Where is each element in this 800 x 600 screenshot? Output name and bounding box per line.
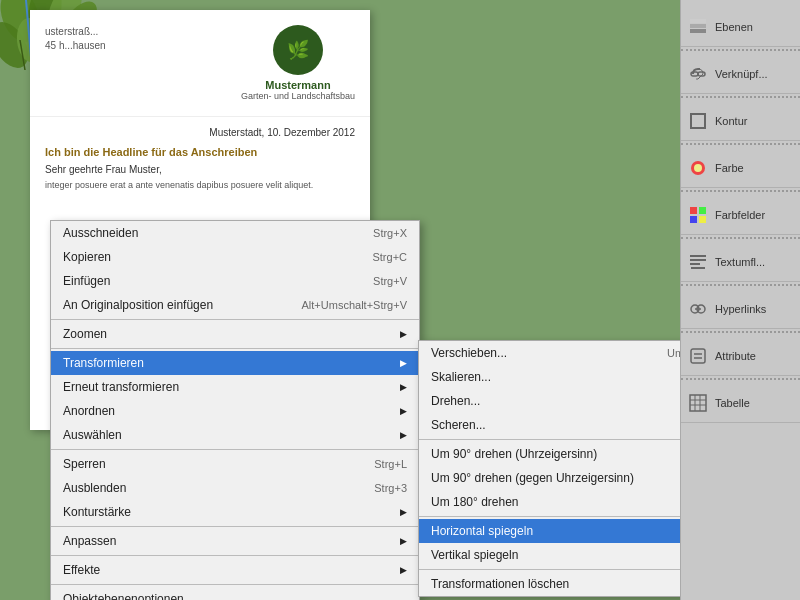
doc-date: Musterstadt, 10. Dezember 2012	[45, 127, 355, 138]
submenu-item-drehen[interactable]: Drehen...	[419, 389, 680, 413]
submenu-item-label: Um 90° drehen (gegen Uhrzeigersinn)	[431, 471, 634, 485]
panel-item-farbfelder[interactable]: Farbfelder	[681, 196, 800, 235]
table-icon	[687, 392, 709, 414]
doc-body-text: integer posuere erat a ante venenatis da…	[45, 179, 355, 192]
doc-headline: Ich bin die Headline für das Anschreiben	[45, 146, 355, 158]
color-icon	[687, 157, 709, 179]
menu-item-label: Anpassen	[63, 534, 116, 548]
menu-item-label: Transformieren	[63, 356, 144, 370]
panel-item-attribute[interactable]: Attribute	[681, 337, 800, 376]
canvas-area: usterstraß... 45 h...hausen 🌿 Mustermann…	[0, 0, 680, 600]
menu-item-label: An Originalposition einfügen	[63, 298, 213, 312]
context-menu-sub-transform: Verschieben...Umschalt+Strg+MSkalieren..…	[418, 340, 680, 597]
submenu-separator	[419, 569, 680, 570]
menu-item-label: Zoomen	[63, 327, 107, 341]
submenu-item-label: Um 90° drehen (Uhrzeigersinn)	[431, 447, 597, 461]
menu-item-an-originalposition-einf-gen[interactable]: An Originalposition einfügenAlt+Umschalt…	[51, 293, 419, 317]
menu-shortcut: Strg+3	[374, 482, 407, 494]
doc-header: usterstraß... 45 h...hausen 🌿 Mustermann…	[30, 10, 370, 117]
menu-item-label: Einfügen	[63, 274, 110, 288]
panel-item-label: Farbe	[715, 162, 744, 174]
stroke-icon	[687, 110, 709, 132]
menu-item-transformieren[interactable]: Transformieren	[51, 351, 419, 375]
menu-separator	[51, 526, 419, 527]
panel-item-kontur[interactable]: Kontur	[681, 102, 800, 141]
panel-item-textumfl[interactable]: Textumfl...	[681, 243, 800, 282]
doc-body: Musterstadt, 10. Dezember 2012 Ich bin d…	[30, 117, 370, 202]
panel-item-label: Farbfelder	[715, 209, 765, 221]
menu-item-anpassen[interactable]: Anpassen	[51, 529, 419, 553]
menu-item-effekte[interactable]: Effekte	[51, 558, 419, 582]
menu-item-objektebenenoptionen[interactable]: Objektebenenoptionen...	[51, 587, 419, 600]
attribute-icon	[687, 345, 709, 367]
panel-dotted-separator	[681, 378, 800, 382]
panel-item-verkn-pf[interactable]: Verknüpf...	[681, 55, 800, 94]
submenu-item-um-90-drehen-uhrzeigersinn[interactable]: Um 90° drehen (Uhrzeigersinn)	[419, 442, 680, 466]
panel-item-label: Hyperlinks	[715, 303, 766, 315]
submenu-item-transformationen-l-schen[interactable]: Transformationen löschen	[419, 572, 680, 596]
panel-item-tabelle[interactable]: Tabelle	[681, 384, 800, 423]
menu-item-erneut-transformieren[interactable]: Erneut transformieren	[51, 375, 419, 399]
menu-item-zoomen[interactable]: Zoomen	[51, 322, 419, 346]
right-panel: EbenenVerknüpf...KonturFarbeFarbfelderTe…	[680, 0, 800, 600]
submenu-item-label: Skalieren...	[431, 370, 491, 384]
panel-item-ebenen[interactable]: Ebenen	[681, 8, 800, 47]
submenu-item-label: Scheren...	[431, 418, 486, 432]
menu-item-sperren[interactable]: SperrenStrg+L	[51, 452, 419, 476]
submenu-item-verschieben[interactable]: Verschieben...Umschalt+Strg+M	[419, 341, 680, 365]
menu-item-einf-gen[interactable]: EinfügenStrg+V	[51, 269, 419, 293]
menu-item-kopieren[interactable]: KopierenStrg+C	[51, 245, 419, 269]
menu-shortcut: Alt+Umschalt+Strg+V	[302, 299, 407, 311]
menu-item-konturst-rke[interactable]: Konturstärke	[51, 500, 419, 524]
menu-shortcut: Strg+L	[374, 458, 407, 470]
logo-circle: 🌿	[273, 25, 323, 75]
submenu-item-vertikal-spiegeln[interactable]: Vertikal spiegeln	[419, 543, 680, 567]
menu-separator	[51, 319, 419, 320]
doc-address: usterstraß... 45 h...hausen	[45, 25, 106, 53]
panel-item-label: Verknüpf...	[715, 68, 768, 80]
submenu-item-um-180-drehen[interactable]: Um 180° drehen	[419, 490, 680, 514]
panel-item-label: Tabelle	[715, 397, 750, 409]
panel-item-label: Textumfl...	[715, 256, 765, 268]
submenu-item-um-90-drehen-gegen-uhrzeigersinn[interactable]: Um 90° drehen (gegen Uhrzeigersinn)	[419, 466, 680, 490]
svg-rect-31	[690, 395, 706, 411]
submenu-item-label: Drehen...	[431, 394, 480, 408]
submenu-item-label: Vertikal spiegeln	[431, 548, 518, 562]
panel-dotted-separator	[681, 49, 800, 53]
menu-shortcut: Strg+C	[372, 251, 407, 263]
panel-item-farbe[interactable]: Farbe	[681, 149, 800, 188]
menu-item-ausw-hlen[interactable]: Auswählen	[51, 423, 419, 447]
menu-shortcut: Strg+X	[373, 227, 407, 239]
panel-dotted-separator	[681, 190, 800, 194]
menu-item-label: Anordnen	[63, 404, 115, 418]
menu-item-anordnen[interactable]: Anordnen	[51, 399, 419, 423]
menu-item-label: Konturstärke	[63, 505, 131, 519]
submenu-item-horizontal-spiegeln[interactable]: Horizontal spiegeln	[419, 519, 680, 543]
panel-top-spacer	[681, 0, 800, 8]
submenu-separator	[419, 439, 680, 440]
svg-line-6	[20, 40, 25, 70]
menu-item-label: Kopieren	[63, 250, 111, 264]
submenu-item-label: Transformationen löschen	[431, 577, 569, 591]
link-icon	[687, 63, 709, 85]
submenu-shortcut: Umschalt+Strg+M	[667, 347, 680, 359]
svg-rect-18	[699, 207, 706, 214]
menu-shortcut: Strg+V	[373, 275, 407, 287]
svg-point-16	[694, 164, 702, 172]
svg-rect-17	[690, 207, 697, 214]
submenu-item-label: Verschieben...	[431, 346, 507, 360]
panel-dotted-separator	[681, 96, 800, 100]
panel-item-hyperlinks[interactable]: Hyperlinks	[681, 290, 800, 329]
menu-item-ausschneiden[interactable]: AusschneidenStrg+X	[51, 221, 419, 245]
menu-item-label: Erneut transformieren	[63, 380, 179, 394]
svg-rect-13	[698, 72, 705, 76]
submenu-item-skalieren[interactable]: Skalieren...	[419, 365, 680, 389]
text-wrap-icon	[687, 251, 709, 273]
menu-item-label: Ausschneiden	[63, 226, 138, 240]
menu-item-ausblenden[interactable]: AusblendenStrg+3	[51, 476, 419, 500]
svg-rect-21	[690, 255, 706, 257]
svg-rect-10	[690, 24, 706, 28]
doc-salutation: Sehr geehrte Frau Muster,	[45, 164, 355, 175]
submenu-item-scheren[interactable]: Scheren...	[419, 413, 680, 437]
svg-rect-23	[690, 263, 700, 265]
